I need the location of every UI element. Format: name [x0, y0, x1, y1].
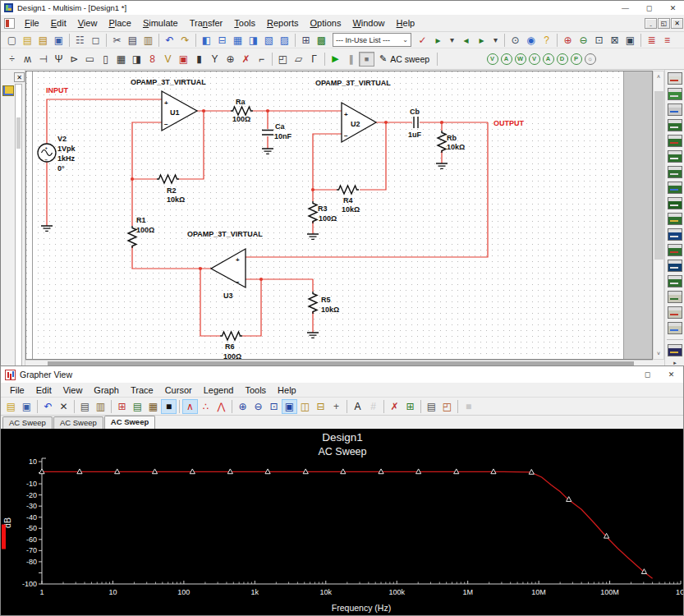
- menu-help[interactable]: Help: [391, 16, 421, 30]
- menu-options[interactable]: Options: [305, 16, 347, 30]
- function-generator-button[interactable]: [668, 88, 682, 100]
- design-toolbox-icon[interactable]: [2, 85, 14, 96]
- erc-check-button[interactable]: ✓: [415, 33, 430, 48]
- grapher-maximize-button[interactable]: ◻: [636, 366, 659, 383]
- iv-analyzer-button[interactable]: [668, 228, 682, 241]
- probe-digital-button[interactable]: D: [557, 53, 568, 65]
- edit-description-button[interactable]: ≡: [659, 33, 675, 48]
- place-analog-button[interactable]: ⊳: [67, 52, 82, 67]
- component-r5[interactable]: [309, 292, 317, 314]
- maximize-button[interactable]: ◻: [637, 1, 661, 15]
- schematic-drawing[interactable]: + − + − + −: [26, 71, 623, 360]
- database-manager-button[interactable]: ▦: [230, 33, 246, 48]
- component-r6[interactable]: [220, 332, 242, 340]
- v2-phase-label[interactable]: 0°: [57, 164, 65, 172]
- save-button[interactable]: ▣: [51, 33, 67, 48]
- component-cb[interactable]: [414, 117, 418, 128]
- component-r1[interactable]: [128, 226, 136, 248]
- stop-button[interactable]: ■: [359, 52, 374, 67]
- cut-button[interactable]: ✂: [109, 33, 125, 48]
- show-cursors-button[interactable]: #: [365, 399, 381, 414]
- undo-button[interactable]: ↶: [40, 399, 56, 414]
- zoom-y-button[interactable]: ⊟: [313, 399, 328, 414]
- menu-legend[interactable]: Legend: [198, 384, 240, 397]
- copy-button[interactable]: ▤: [77, 399, 93, 414]
- menu-reports[interactable]: Reports: [261, 16, 305, 30]
- place-indicator-button[interactable]: 8: [145, 52, 160, 67]
- menu-edit[interactable]: Edit: [30, 384, 57, 397]
- print-button[interactable]: ☷: [72, 33, 88, 48]
- forward-annotate-button[interactable]: ▸: [474, 33, 489, 48]
- schematic-vertical-scrollbar[interactable]: ˄ ˅: [653, 71, 664, 360]
- frequency-counter-button[interactable]: [668, 166, 682, 178]
- r3-value-label[interactable]: 100Ω: [319, 214, 337, 223]
- grapher-chart-area[interactable]: Design1AC Sweep10-10-20-30-40-50-60-70-8…: [1, 429, 683, 615]
- delete-button[interactable]: ✕: [56, 399, 71, 414]
- copy-graph-button[interactable]: ▤: [424, 399, 439, 414]
- component-wizard-button[interactable]: ◨: [246, 33, 261, 48]
- export-to-excel-button[interactable]: ⊞: [402, 399, 418, 414]
- wattmeter-button[interactable]: [668, 103, 682, 116]
- zoom-out-button[interactable]: ⊖: [576, 33, 591, 48]
- u3-model-label[interactable]: OPAMP_3T_VIRTUAL: [187, 230, 263, 238]
- postprocessor-button[interactable]: ▨: [277, 33, 292, 48]
- black-background-toggle[interactable]: ■: [161, 399, 177, 414]
- zoom-in-button[interactable]: ⊕: [235, 399, 250, 414]
- dock-collapsed-panel[interactable]: [15, 84, 22, 366]
- find-button[interactable]: ⊙: [507, 33, 523, 48]
- close-button[interactable]: ✕: [661, 1, 684, 15]
- copy-button[interactable]: ▤: [125, 33, 140, 48]
- u3-ref-label[interactable]: U3: [223, 292, 233, 300]
- grapher-titlebar[interactable]: Grapher View ◻ ✕: [1, 366, 683, 383]
- menu-file[interactable]: File: [19, 16, 45, 30]
- r2-ref-label[interactable]: R2: [167, 186, 177, 195]
- grapher-view-button[interactable]: ▧: [261, 33, 277, 48]
- word-generator-button[interactable]: [668, 182, 682, 194]
- r4-value-label[interactable]: 10kΩ: [342, 205, 360, 214]
- transfer-dropdown[interactable]: ▾: [446, 33, 458, 48]
- u1-model-label[interactable]: OPAMP_3T_VIRTUAL: [131, 78, 206, 86]
- place-connector-button[interactable]: ⌐: [254, 52, 269, 67]
- place-bus-button[interactable]: Γ: [306, 52, 322, 67]
- menu-cursor[interactable]: Cursor: [159, 384, 198, 397]
- menu-help[interactable]: Help: [272, 384, 302, 397]
- zoom-select-button[interactable]: ▣: [282, 399, 297, 414]
- menu-view[interactable]: View: [57, 384, 89, 397]
- place-misc-digital-button[interactable]: ▦: [113, 52, 129, 67]
- v2-ref-label[interactable]: V2: [57, 135, 67, 143]
- zoom-full-button[interactable]: ▣: [622, 33, 638, 48]
- ca-value-label[interactable]: 10nF: [274, 132, 292, 140]
- graph-properties-button[interactable]: ▦: [145, 399, 161, 414]
- place-basic-button[interactable]: ʍ: [20, 52, 35, 67]
- paste-button[interactable]: ▥: [140, 33, 156, 48]
- distortion-analyzer-button[interactable]: [668, 244, 682, 256]
- toggle-grid-button[interactable]: ⊞: [114, 399, 130, 414]
- logic-converter-button[interactable]: [668, 213, 682, 225]
- tab-ac-sweep-3[interactable]: AC Sweep: [104, 416, 155, 429]
- multimeter-button[interactable]: [668, 72, 682, 85]
- place-electromechanical-button[interactable]: ⊕: [223, 52, 238, 67]
- overlay-traces-button[interactable]: ✗: [387, 399, 402, 414]
- zoom-fit-button[interactable]: ⊠: [607, 33, 622, 48]
- run-button[interactable]: ▶: [328, 52, 343, 67]
- simulation-profile[interactable]: ✎ AC sweep: [374, 53, 434, 64]
- description-box-button[interactable]: ≣: [644, 33, 659, 48]
- tektronix-oscilloscope-button[interactable]: [668, 344, 682, 356]
- agilent-function-generator-button[interactable]: [668, 291, 682, 303]
- menu-window[interactable]: Window: [347, 16, 390, 30]
- place-mixed-button[interactable]: ◨: [129, 52, 145, 67]
- education-web-button[interactable]: ◉: [523, 33, 539, 48]
- place-mcu-button[interactable]: ◰: [275, 52, 291, 67]
- zoom-in-button[interactable]: ⊕: [560, 33, 576, 48]
- menu-tools[interactable]: Tools: [239, 384, 272, 397]
- rb-value-label[interactable]: 10kΩ: [447, 143, 465, 151]
- mdi-minimize-button[interactable]: ˍ: [645, 18, 657, 29]
- r1-value-label[interactable]: 100Ω: [136, 226, 154, 234]
- agilent-oscilloscope-button[interactable]: [668, 322, 682, 334]
- net-label-input[interactable]: INPUT: [46, 86, 69, 94]
- cb-value-label[interactable]: 1uF: [408, 131, 422, 139]
- r2-value-label[interactable]: 10kΩ: [167, 195, 185, 204]
- component-rb[interactable]: [438, 131, 446, 153]
- line-trace-style-button[interactable]: ∧: [182, 399, 198, 414]
- toggle-legend-button[interactable]: ▤: [130, 399, 145, 414]
